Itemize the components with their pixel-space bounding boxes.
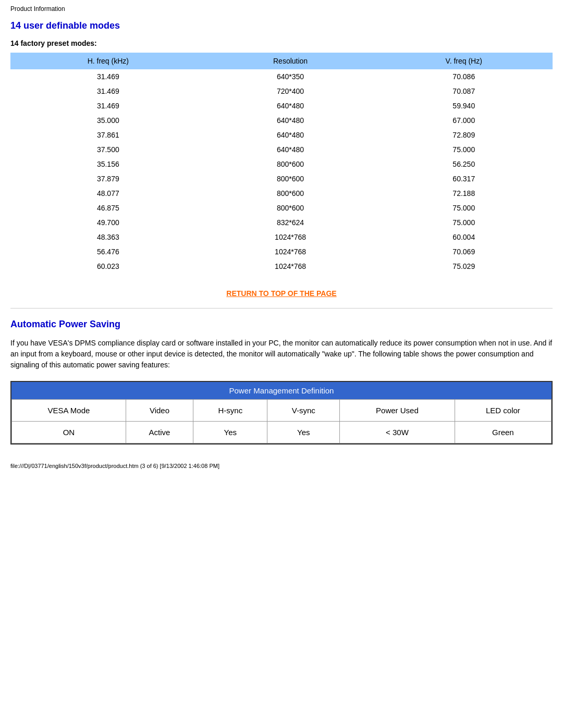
freq-table-cell: 56.476 — [10, 244, 206, 259]
section-divider — [10, 308, 553, 309]
freq-table-cell: 35.156 — [10, 157, 206, 171]
power-table-wrapper: Power Management Definition VESA ModeVid… — [10, 381, 553, 445]
freq-table-row: 46.875800*60075.000 — [10, 201, 553, 215]
freq-table: H. freq (kHz) Resolution V. freq (Hz) 31… — [10, 53, 553, 274]
freq-table-cell: 832*624 — [206, 215, 375, 230]
freq-table-cell: 67.000 — [375, 113, 553, 128]
freq-table-cell: 72.809 — [375, 128, 553, 142]
freq-table-cell: 49.700 — [10, 215, 206, 230]
freq-table-row: 37.500640*48075.000 — [10, 142, 553, 157]
freq-table-row: 60.0231024*76875.029 — [10, 259, 553, 274]
freq-table-cell: 720*400 — [206, 84, 375, 98]
footer-text: file:///D|/03771/english/150v3f/product/… — [10, 463, 219, 469]
power-table-cell: Green — [455, 422, 551, 443]
freq-table-cell: 75.029 — [375, 259, 553, 274]
freq-table-cell: 31.469 — [10, 69, 206, 84]
freq-table-cell: 800*600 — [206, 201, 375, 215]
freq-table-cell: 800*600 — [206, 157, 375, 171]
freq-table-cell: 37.861 — [10, 128, 206, 142]
return-to-top-link[interactable]: RETURN TO TOP OF THE PAGE — [226, 289, 336, 298]
freq-table-row: 35.000640*48067.000 — [10, 113, 553, 128]
freq-table-row: 31.469720*40070.087 — [10, 84, 553, 98]
freq-table-row: 31.469640*35070.086 — [10, 69, 553, 84]
freq-table-row: 48.077800*60072.188 — [10, 186, 553, 201]
freq-table-header-vfreq: V. freq (Hz) — [375, 53, 553, 69]
power-table-cell: < 30W — [340, 422, 455, 443]
freq-table-row: 56.4761024*76870.069 — [10, 244, 553, 259]
freq-table-cell: 75.000 — [375, 142, 553, 157]
power-table-header: Power Management Definition — [11, 382, 552, 399]
freq-table-cell: 75.000 — [375, 215, 553, 230]
freq-table-cell: 70.069 — [375, 244, 553, 259]
freq-table-cell: 35.000 — [10, 113, 206, 128]
freq-table-row: 37.861640*48072.809 — [10, 128, 553, 142]
freq-table-cell: 37.879 — [10, 171, 206, 186]
freq-table-cell: 640*350 — [206, 69, 375, 84]
freq-table-cell: 31.469 — [10, 98, 206, 113]
section2-title: Automatic Power Saving — [10, 319, 553, 330]
freq-table-cell: 640*480 — [206, 128, 375, 142]
freq-table-row: 49.700832*62475.000 — [10, 215, 553, 230]
freq-table-cell: 640*480 — [206, 142, 375, 157]
freq-table-header-hfreq: H. freq (kHz) — [10, 53, 206, 69]
freq-table-cell: 31.469 — [10, 84, 206, 98]
freq-table-cell: 56.250 — [375, 157, 553, 171]
freq-table-cell: 70.087 — [375, 84, 553, 98]
freq-table-cell: 46.875 — [10, 201, 206, 215]
footer: file:///D|/03771/english/150v3f/product/… — [10, 460, 553, 469]
power-table-cell: ON — [12, 422, 126, 443]
freq-table-cell: 60.023 — [10, 259, 206, 274]
freq-table-cell: 1024*768 — [206, 259, 375, 274]
power-table-col-header: H-sync — [193, 400, 267, 422]
section1-title: 14 user definable modes — [10, 20, 553, 31]
freq-table-row: 35.156800*60056.250 — [10, 157, 553, 171]
power-table-col-header: VESA Mode — [12, 400, 126, 422]
power-table-col-header: V-sync — [267, 400, 340, 422]
power-table-cell: Yes — [267, 422, 340, 443]
freq-table-cell: 72.188 — [375, 186, 553, 201]
freq-table-cell: 48.363 — [10, 230, 206, 244]
section1-subtitle: 14 factory preset modes: — [10, 39, 553, 47]
freq-table-cell: 59.940 — [375, 98, 553, 113]
power-table-col-header: LED color — [455, 400, 551, 422]
freq-table-cell: 75.000 — [375, 201, 553, 215]
freq-table-cell: 70.086 — [375, 69, 553, 84]
freq-table-cell: 60.317 — [375, 171, 553, 186]
freq-table-cell: 60.004 — [375, 230, 553, 244]
return-link-container: RETURN TO TOP OF THE PAGE — [10, 289, 553, 298]
freq-table-cell: 1024*768 — [206, 230, 375, 244]
freq-table-cell: 640*480 — [206, 113, 375, 128]
auto-power-section: Automatic Power Saving If you have VESA'… — [10, 319, 553, 445]
freq-table-cell: 48.077 — [10, 186, 206, 201]
freq-table-cell: 800*600 — [206, 171, 375, 186]
freq-table-cell: 800*600 — [206, 186, 375, 201]
freq-table-row: 31.469640*48059.940 — [10, 98, 553, 113]
freq-table-row: 48.3631024*76860.004 — [10, 230, 553, 244]
freq-table-cell: 1024*768 — [206, 244, 375, 259]
freq-table-header-resolution: Resolution — [206, 53, 375, 69]
freq-table-row: 37.879800*60060.317 — [10, 171, 553, 186]
breadcrumb: Product Information — [10, 5, 553, 13]
freq-table-cell: 37.500 — [10, 142, 206, 157]
power-table-cell: Active — [126, 422, 193, 443]
power-table-col-header: Power Used — [340, 400, 455, 422]
section2-description: If you have VESA's DPMS compliance displ… — [10, 338, 553, 371]
freq-table-cell: 640*480 — [206, 98, 375, 113]
power-table: VESA ModeVideoH-syncV-syncPower UsedLED … — [11, 399, 552, 443]
power-table-col-header: Video — [126, 400, 193, 422]
power-table-cell: Yes — [193, 422, 267, 443]
